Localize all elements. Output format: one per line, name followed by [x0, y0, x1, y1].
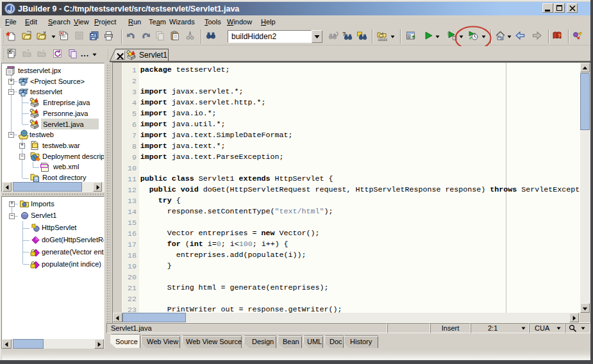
svg-text:10101: 10101: [378, 38, 388, 42]
svg-text:?: ?: [558, 33, 561, 38]
